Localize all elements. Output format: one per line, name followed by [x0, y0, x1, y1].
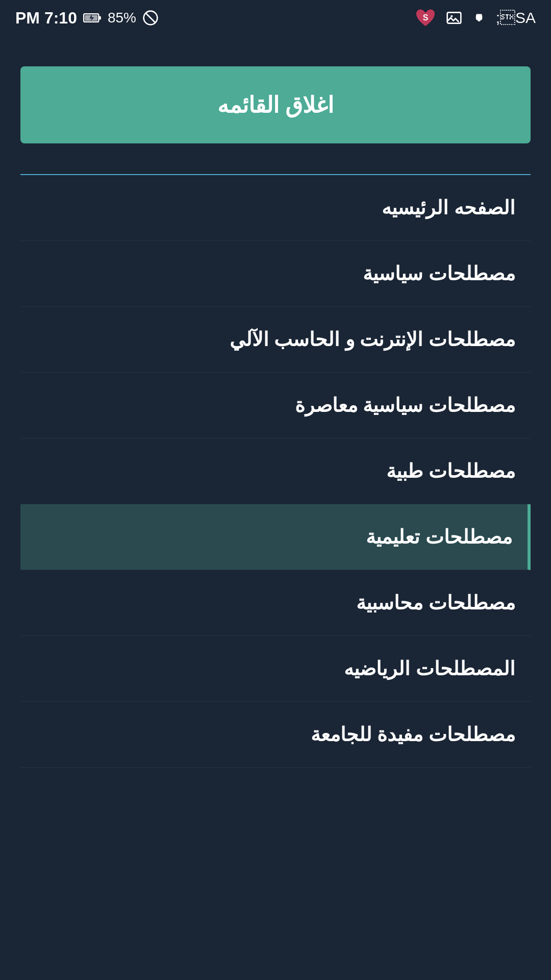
menu-item-internet-computer-terms[interactable]: مصطلحات الإنترنت و الحاسب الآلي — [20, 307, 531, 373]
svg-text:S: S — [422, 13, 428, 22]
dnd-icon — [142, 10, 159, 26]
svg-rect-9 — [98, 16, 101, 20]
main-content: اغلاق القائمه الصفحه الرئيسيهمصطلحات سيا… — [0, 36, 551, 788]
status-bar-left-icons: SA; S — [414, 7, 536, 29]
menu-list: الصفحه الرئيسيهمصطلحات سياسيةمصطلحات الإ… — [20, 175, 531, 768]
menu-item-accounting-terms[interactable]: مصطلحات محاسبية — [20, 570, 531, 636]
svg-point-3 — [450, 15, 453, 17]
battery-icon — [83, 9, 102, 27]
status-bar-right-icons: 85% 7:10 PM — [15, 9, 159, 28]
photo-icon — [446, 10, 462, 26]
menu-item-educational-terms[interactable]: مصطلحات تعليمية — [20, 504, 531, 570]
svg-point-0 — [477, 18, 478, 20]
menu-item-medical-terms[interactable]: مصطلحات طبية — [20, 438, 531, 504]
menu-item-math-terms[interactable]: المصطلحات الرياضيه — [20, 636, 531, 702]
svg-point-1 — [480, 18, 482, 20]
close-menu-button[interactable]: اغلاق القائمه — [20, 66, 531, 143]
menu-item-contemporary-political-terms[interactable]: مصطلحات سياسية معاصرة — [20, 373, 531, 438]
battery-percentage: 85% — [108, 10, 136, 26]
status-time: 7:10 PM — [15, 9, 77, 28]
svg-line-6 — [145, 13, 156, 23]
usb-icon — [471, 10, 487, 26]
menu-item-political-terms[interactable]: مصطلحات سياسية — [20, 241, 531, 307]
heart-app-icon: S — [414, 7, 437, 29]
menu-item-university-terms[interactable]: مصطلحات مفيدة للجامعة — [20, 702, 531, 768]
status-bar: SA; S 85% — [0, 0, 551, 36]
usb-icon: SA; — [496, 9, 536, 27]
menu-item-home[interactable]: الصفحه الرئيسيه — [20, 175, 531, 241]
